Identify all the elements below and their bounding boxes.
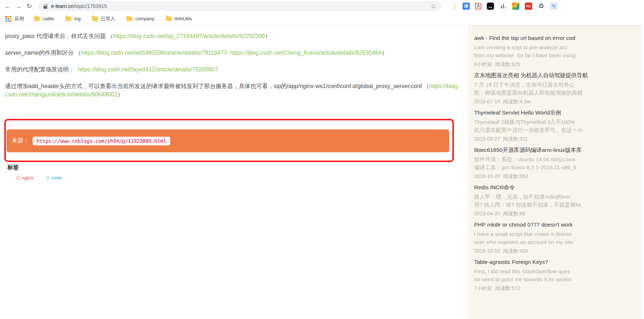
apps-label: 应用 xyxy=(14,16,24,22)
moon-extension-icon[interactable]: ☽ xyxy=(450,3,457,10)
related-article-title[interactable]: awk - Find the top url based on error co… xyxy=(474,34,640,42)
browser-toolbar: ← → ↻ e-learn.cn/topic/1703915 ☆ ☽译A⚡FE♻… xyxy=(0,0,644,12)
related-articles-sidebar: awk - Find the top url based on error co… xyxy=(468,25,640,319)
folder-icon xyxy=(126,17,132,21)
text-run: ） xyxy=(265,33,271,39)
excerpt-line-2: 用? 路人丙：啥? 你这都不知道，不就是将ke xyxy=(474,201,640,209)
text-run: server_name的作用和区分 （ xyxy=(5,50,81,56)
bookmark-folder-label: cattle xyxy=(43,16,54,21)
related-article-item: Redis INCR命令 路人甲：嘿，兄弟，知不知道redis的incr 用? … xyxy=(474,183,640,217)
excerpt-line-1: Thymeleaf 2模板与Thymeleaf 3几乎100% xyxy=(474,118,640,126)
related-article-title[interactable]: PHP mkdir or chmod 0777 doesn't work xyxy=(474,221,640,228)
article-paragraph: proxy_pass 代理请求后，样式丢失问题 （https://blog.cs… xyxy=(5,32,459,40)
article-link[interactable]: https://blog.csdn.net/faye0412/article/d… xyxy=(78,66,218,72)
tag-nginx[interactable]: nginx xyxy=(16,175,33,181)
bookmark-star-icon[interactable]: ☆ xyxy=(431,3,436,10)
related-article-meta: 0小时前阅读数:825 xyxy=(474,61,640,68)
folder-icon xyxy=(66,17,71,21)
related-article-title[interactable]: Table-agnostic Foreign Keys? xyxy=(474,258,640,266)
related-article-item: 京东地图首次亮相 为机器人自动驾驶提供导航 7 月 19 日下午消息，京东今日首… xyxy=(474,71,640,105)
related-article-item: Table-agnostic Foreign Keys? First, I di… xyxy=(474,258,640,292)
related-article-excerpt: 软件环境：系统：ubuntu 14.04 64位Linux 编译工具：gcc-l… xyxy=(474,156,640,171)
related-article-reads: 阅读数:311 xyxy=(503,136,528,142)
source-callout-wrapper: 来源： https://www.cnblogs.com/zh94/p/11923… xyxy=(7,129,449,152)
article-paragraphs: proxy_pass 代理请求后，样式丢失问题 （https://blog.cs… xyxy=(5,32,468,99)
related-article-excerpt: 7 月 19 日下午消息，京东今日首次对外公 图，称该地图是面向机器人和智能驾驶… xyxy=(474,81,640,97)
source-label: 来源： xyxy=(12,137,29,145)
excerpt-line-2: user who registers an account on my site… xyxy=(474,238,640,246)
article-content: proxy_pass 代理请求后，样式丢失问题 （https://blog.cs… xyxy=(0,25,468,319)
related-article-date: 2019-10-20 xyxy=(474,173,500,179)
a-frame-extension-icon[interactable]: A xyxy=(475,3,481,9)
url-path: /topic/1703915 xyxy=(74,3,107,9)
pen-extension-icon[interactable]: ✎ xyxy=(550,3,557,10)
related-article-excerpt: 路人甲：嘿，兄弟，知不知道redis的incr 用? 路人丙：啥? 你这都不知道… xyxy=(474,193,640,209)
folder-icon xyxy=(34,17,40,21)
related-article-title[interactable]: Redis INCR命令 xyxy=(474,183,640,191)
related-article-reads: 阅读数:4.3w xyxy=(503,99,530,104)
related-article-meta: 2018-09-27阅读数:311 xyxy=(474,136,640,142)
bookmark-folder-label: WinUtils xyxy=(175,16,192,21)
source-url-code: https://www.cnblogs.com/zh94/p/11923009.… xyxy=(33,137,170,145)
related-article-reads: 阅读数:825 xyxy=(495,61,520,67)
related-article-item: PHP mkdir or chmod 0777 doesn't work I h… xyxy=(474,221,640,254)
bookmark-folder[interactable]: 已导入 xyxy=(92,16,115,22)
related-article-reads: 阅读数:663 xyxy=(503,173,528,179)
tag-ring-icon xyxy=(16,176,20,180)
related-article-excerpt: I have a small script that create a dire… xyxy=(474,230,640,246)
related-article-date: 2019-04-25 xyxy=(474,211,500,216)
related-article-item: libiec61850开源库源码编译arm-linux版本库 软件环境：系统：u… xyxy=(474,146,640,180)
related-article-date: 7小时前 xyxy=(474,285,492,291)
bookmark-folder[interactable]: cattle xyxy=(34,16,54,21)
address-bar[interactable]: e-learn.cn/topic/1703915 ☆ xyxy=(38,1,441,11)
reload-icon[interactable]: ↻ xyxy=(24,1,35,12)
chart-extension-icon[interactable] xyxy=(499,3,507,10)
excerpt-line-1: I am creating a sript to pre-analyze acc xyxy=(474,44,640,51)
recycle-extension-icon[interactable]: ♻ xyxy=(538,3,545,10)
related-article-excerpt: First, I did read this StackOverflow que… xyxy=(474,268,640,283)
excerpt-line-2: 编译工具：gcc-linaro-6.2.1-2016.11-x86_6 xyxy=(474,163,640,171)
related-article-meta: 2018-10-15阅读数:420 xyxy=(474,248,640,254)
forward-icon[interactable]: → xyxy=(13,1,24,12)
related-article-excerpt: Thymeleaf 2模板与Thymeleaf 3几乎100% 此只需在配置中进… xyxy=(474,118,640,134)
apps-grid-icon xyxy=(5,16,11,22)
article-paragraph: 常用的代理配置场景说明： https://blog.csdn.net/faye0… xyxy=(5,65,459,74)
apps-shortcut[interactable]: 应用 xyxy=(4,16,24,22)
related-article-meta: 2018-07-19阅读数:4.3w xyxy=(474,98,640,105)
text-run: ） xyxy=(381,50,387,56)
excerpt-line-2: 此只需在配置中进行一些修改即可。在这一小 xyxy=(474,126,640,134)
related-article-reads: 阅读数:420 xyxy=(503,248,528,254)
text-run: proxy_pass 代理请求后，样式丢失问题 （ xyxy=(5,33,113,39)
related-article-meta: 7小时前阅读数:572 xyxy=(474,285,640,292)
related-article-title[interactable]: libiec61850开源库源码编译arm-linux版本库 xyxy=(474,146,640,154)
bookmarks-bar: 应用 cattle log 已导入 company WinUtils xyxy=(0,12,644,25)
related-article-item: awk - Find the top url based on error co… xyxy=(474,34,640,68)
excerpt-line-1: 7 月 19 日下午消息，京东今日首次对外公 xyxy=(474,81,640,89)
bookmark-folder-label: 已导入 xyxy=(101,16,115,22)
excerpt-line-1: First, I did read this StackOverflow que… xyxy=(474,268,640,276)
article-link[interactable]: https://blog.csdn.net/Cheng_Kohui/articl… xyxy=(230,50,381,56)
dark-owl-extension-icon[interactable] xyxy=(487,3,494,10)
article-link[interactable]: https://blog.csdn.net/w05980598/article/… xyxy=(81,50,227,56)
lightning-extension-icon[interactable]: ⚡ xyxy=(512,3,519,10)
lock-icon xyxy=(43,6,47,9)
bookmark-folder[interactable]: log xyxy=(66,16,80,21)
bookmark-folder[interactable]: WinUtils xyxy=(166,16,192,21)
related-article-title[interactable]: 京东地图首次亮相 为机器人自动驾驶提供导航 xyxy=(474,71,640,79)
back-icon[interactable]: ← xyxy=(2,1,13,12)
bookmark-folder[interactable]: company xyxy=(126,16,154,21)
tag-csdn[interactable]: csdn xyxy=(46,175,62,181)
related-article-reads: 阅读数:88 xyxy=(503,211,525,216)
tag-ring-icon xyxy=(46,176,50,180)
fe-extension-icon[interactable]: FE xyxy=(525,3,532,10)
excerpt-line-1: I have a small script that create a dire… xyxy=(474,230,640,238)
related-article-title[interactable]: Thymeleaf Servlet Hello World示例 xyxy=(474,109,640,116)
related-article-meta: 2019-10-20阅读数:663 xyxy=(474,173,640,180)
related-article-date: 0小时前 xyxy=(474,61,492,67)
related-article-date: 2018-09-27 xyxy=(474,136,500,142)
scrollbar[interactable] xyxy=(640,25,644,319)
translate-extension-icon[interactable]: 译 xyxy=(463,3,470,10)
extension-icons-row: ☽译A⚡FE♻✎ xyxy=(450,3,557,10)
article-link[interactable]: https://blog.csdn.net/qq_27184497/articl… xyxy=(113,33,265,39)
excerpt-line-1: 软件环境：系统：ubuntu 14.04 64位Linux xyxy=(474,156,640,163)
